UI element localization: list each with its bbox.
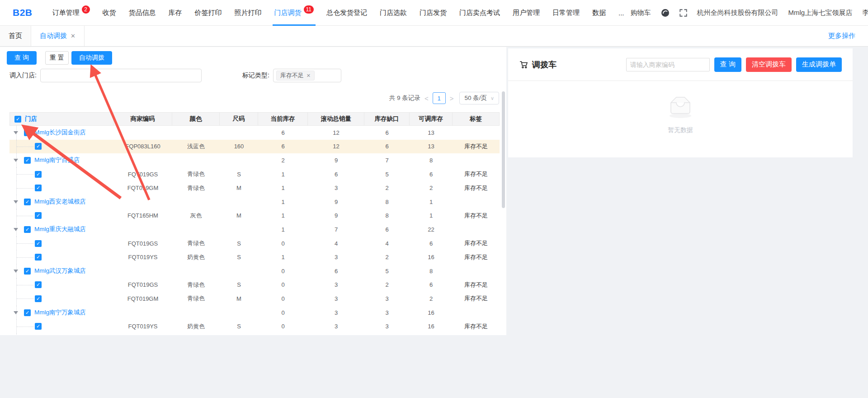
nav-item-4[interactable]: 价签打印 — [189, 0, 228, 26]
nav-item-12[interactable]: 日常管理 — [546, 0, 586, 26]
store-name[interactable]: Mmlg长沙国金街店 — [34, 128, 86, 137]
sku-row[interactable]: ✓FQP083L160浅蓝色160612613库存不足 — [9, 140, 500, 154]
current-user[interactable]: 李文 — [862, 9, 868, 17]
nav-item-3[interactable]: 库存 — [162, 0, 189, 26]
nav-item-0[interactable]: 订单管理2 — [46, 0, 96, 26]
nav-item-2[interactable]: 货品信息 — [123, 0, 162, 26]
sku-row[interactable]: ✓FQT019GM青绿色M0332库存不足 — [9, 292, 500, 306]
row-checkbox[interactable]: ✓ — [24, 226, 31, 233]
store-row[interactable]: ✓Mmlg重庆大融城店17622 — [9, 223, 500, 237]
fullscreen-icon[interactable] — [679, 9, 687, 17]
page-size-select[interactable]: 50 条/页 ∨ — [459, 92, 499, 104]
target-store-input[interactable] — [40, 69, 202, 82]
clear-cart-button[interactable]: 清空调拨车 — [746, 57, 792, 72]
column-header-0[interactable]: ✓门店 — [9, 113, 113, 125]
vertical-scrollbar[interactable] — [502, 91, 505, 208]
current-store[interactable]: Mmlg上海七宝领展店 — [788, 9, 853, 17]
store-row[interactable]: ✓Mmlg南宁百盛店2978 — [9, 153, 500, 167]
row-checkbox[interactable]: ✓ — [24, 268, 31, 275]
row-checkbox[interactable]: ✓ — [35, 171, 42, 178]
tag-remove-icon[interactable]: ✕ — [307, 73, 311, 79]
row-checkbox[interactable]: ✓ — [35, 212, 42, 219]
nav-item-13[interactable]: 数据 — [586, 0, 612, 26]
tree-line — [17, 174, 34, 175]
cell-color: 奶黄色 — [172, 250, 220, 264]
browser-icon[interactable] — [661, 9, 670, 17]
store-name[interactable]: Mmlg武汉万象城店 — [34, 267, 86, 275]
row-checkbox[interactable]: ✓ — [24, 129, 31, 136]
expand-caret-icon[interactable] — [14, 228, 18, 231]
tree-cell: ✓Mmlg南宁百盛店 — [9, 153, 113, 167]
sku-row[interactable]: ✓FQT019GM青绿色M1322库存不足 — [9, 181, 500, 195]
expand-caret-icon[interactable] — [14, 131, 18, 134]
row-checkbox[interactable]: ✓ — [35, 254, 42, 261]
row-checkbox[interactable]: ✓ — [35, 281, 42, 288]
prev-page-icon[interactable]: < — [425, 95, 429, 102]
nav-cart-link[interactable]: 购物车 — [631, 9, 651, 17]
cell-stock-gap: 7 — [364, 153, 410, 167]
sku-row[interactable]: ✓FQT165HM灰色M1981库存不足 — [9, 209, 500, 223]
query-button[interactable]: 查 询 — [7, 51, 37, 65]
store-name[interactable]: Mmlg西安老城根店 — [34, 198, 86, 206]
tree-cell: ✓Mmlg重庆大融城店 — [9, 223, 113, 237]
generate-order-button[interactable]: 生成调拨单 — [796, 57, 842, 72]
next-page-icon[interactable]: > — [450, 95, 454, 102]
store-row[interactable]: ✓Mmlg — [9, 333, 500, 335]
cart-query-button[interactable]: 查 询 — [714, 57, 741, 72]
auto-transfer-button[interactable]: 自动调拨 — [71, 51, 112, 65]
nav-item-14[interactable]: ... — [612, 0, 631, 26]
nav-item-6[interactable]: 门店调货11 — [268, 0, 320, 26]
nav-item-8[interactable]: 门店选款 — [373, 0, 413, 26]
store-row[interactable]: ✓Mmlg西安老城根店1981 — [9, 195, 500, 209]
store-row[interactable]: ✓Mmlg南宁万象城店03316 — [9, 306, 500, 320]
store-row[interactable]: ✓Mmlg武汉万象城店0658 — [9, 264, 500, 278]
page-number[interactable]: 1 — [433, 92, 446, 104]
sku-row[interactable]: ✓FQT019GS青绿色S0326库存不足 — [9, 278, 500, 292]
cell-color: 浅蓝色 — [172, 140, 220, 154]
store-name[interactable]: Mmlg南宁万象城店 — [34, 308, 86, 317]
cell-rolling-sales: 3 — [308, 319, 364, 333]
expand-caret-icon[interactable] — [14, 200, 18, 204]
company-name[interactable]: 杭州全尚科技股份有限公司 — [697, 9, 778, 17]
sku-row[interactable]: ✓FQT019GS青绿色S1656库存不足 — [9, 167, 500, 181]
mark-type-input[interactable]: 库存不足 ✕ — [273, 69, 341, 82]
sku-row[interactable]: ✓FQT019GS青绿色S0446库存不足 — [9, 237, 500, 251]
store-name[interactable]: Mmlg南宁百盛店 — [34, 156, 80, 164]
sku-row[interactable]: ✓FQT019YS奶黄色S13216库存不足 — [9, 250, 500, 264]
reset-button[interactable]: 重 置 — [45, 51, 69, 65]
transfer-cart-panel: 调拨车 查 询 清空调拨车 生成调拨单 暂无数据 — [508, 48, 853, 157]
row-checkbox[interactable]: ✓ — [24, 157, 31, 164]
nav-item-9[interactable]: 门店发货 — [413, 0, 453, 26]
expand-caret-icon[interactable] — [14, 311, 18, 314]
more-actions-link[interactable]: 更多操作 — [828, 26, 855, 46]
store-row[interactable]: ✓Mmlg长沙国金街店612613 — [9, 126, 500, 140]
tab-close-icon[interactable]: ✕ — [71, 33, 75, 39]
nav-item-11[interactable]: 用户管理 — [506, 0, 546, 26]
merchant-code-input[interactable] — [626, 58, 710, 71]
store-name[interactable]: Mmlg重庆大融城店 — [34, 225, 86, 233]
sku-row[interactable]: ✓FQT019YS奶黄色S03316库存不足 — [9, 319, 500, 333]
nav-item-10[interactable]: 门店卖点考试 — [453, 0, 506, 26]
row-checkbox[interactable]: ✓ — [35, 323, 42, 330]
table-body: ✓Mmlg长沙国金街店612613✓FQP083L160浅蓝色160612613… — [9, 126, 500, 335]
row-checkbox[interactable]: ✓ — [35, 143, 42, 150]
column-header-5: 滚动总销量 — [308, 113, 364, 125]
tree-line — [17, 257, 34, 258]
expand-caret-icon[interactable] — [14, 270, 18, 273]
row-checkbox[interactable]: ✓ — [35, 240, 42, 247]
nav-item-7[interactable]: 总仓发货登记 — [320, 0, 373, 26]
cell-rolling-sales: 9 — [308, 153, 364, 167]
tab-home[interactable]: 首页 — [0, 26, 31, 46]
nav-item-1[interactable]: 收货 — [96, 0, 123, 26]
cell-stock-gap: 3 — [364, 292, 410, 306]
row-checkbox[interactable]: ✓ — [35, 295, 42, 302]
row-checkbox[interactable]: ✓ — [35, 185, 42, 191]
empty-text: 暂无数据 — [668, 126, 693, 134]
nav-item-5[interactable]: 照片打印 — [228, 0, 268, 26]
cell-rolling-sales: 3 — [308, 181, 364, 195]
select-all-checkbox[interactable]: ✓ — [14, 116, 21, 123]
tab-auto-transfer[interactable]: 自动调拨 ✕ — [31, 26, 85, 46]
row-checkbox[interactable]: ✓ — [24, 309, 31, 316]
row-checkbox[interactable]: ✓ — [24, 199, 31, 205]
expand-caret-icon[interactable] — [14, 159, 18, 162]
